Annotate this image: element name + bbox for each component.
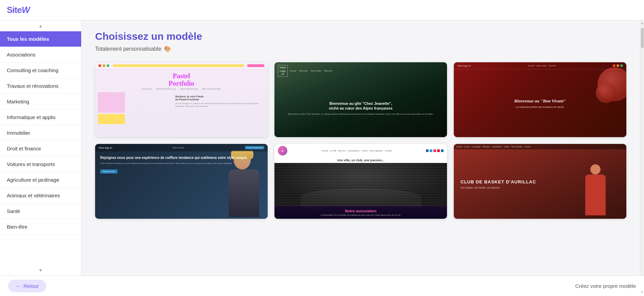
scrollbar-thumb[interactable] <box>641 28 644 48</box>
sidebar-item-associations[interactable]: Associations <box>0 47 81 63</box>
sidebar-scroll: Tous les modèles Associations Consulting… <box>0 31 81 265</box>
scroll-up-arrow[interactable]: ▲ <box>0 20 81 31</box>
template-card-coiffure[interactable]: Votre logo ici Nos services Prendre rend… <box>95 144 268 219</box>
sidebar-item-voitures[interactable]: Voitures et transports <box>0 157 81 172</box>
sidebar-item-agriculture[interactable]: Agriculture et jardinage <box>0 172 81 188</box>
sidebar-item-consulting[interactable]: Consulting et coaching <box>0 63 81 78</box>
sidebar-item-animaux[interactable]: Animaux et vétérinaires <box>0 188 81 203</box>
header: SiteW <box>0 0 644 20</box>
template-preview-coiffure: Votre logo ici Nos services Prendre rend… <box>95 144 268 219</box>
template-card-association[interactable]: A Accueil Le Tab Nos ens Compétitions Ca… <box>274 144 447 219</box>
scroll-down-arrow[interactable]: ▼ <box>0 265 81 276</box>
template-preview-portfolio: PastelPortfolio ACCUEIL MON PORTFOLIO ME… <box>95 62 268 137</box>
right-scrollbar[interactable]: ▲ ▼ <box>640 20 644 276</box>
template-preview-restaurant: Votre logo ici Accueil Notre carte Conta… <box>454 62 626 137</box>
page-title: Choisissez un modèle <box>95 31 626 42</box>
template-preview-basket: Accueil Le club Les équipes Résultats Co… <box>454 144 626 219</box>
template-card-restaurant[interactable]: Votre logo ici Accueil Notre carte Conta… <box>454 62 626 137</box>
sidebar: ▲ Tous les modèles Associations Consulti… <box>0 20 82 276</box>
footer-cta: Créez votre propre modèle <box>575 283 636 289</box>
content-area: Choisissez un modèle Totalement personna… <box>82 20 640 276</box>
footer: ← Retour Créez votre propre modèle <box>0 276 644 296</box>
back-arrow-icon: ← <box>16 283 21 289</box>
template-preview-association: A Accueil Le Tab Nos ens Compétitions Ca… <box>274 144 447 219</box>
sidebar-item-informatique[interactable]: Informatique et applis <box>0 110 81 125</box>
sidebar-item-tous[interactable]: Tous les modèles <box>0 31 81 47</box>
basket-nav: Accueil Le club Les équipes Résultats Co… <box>454 144 626 149</box>
sidebar-item-droit[interactable]: Droit et finance <box>0 141 81 157</box>
sidebar-item-travaux[interactable]: Travaux et rénovations <box>0 78 81 94</box>
sidebar-item-bienetre[interactable]: Bien-être <box>0 219 81 235</box>
templates-grid: PastelPortfolio ACCUEIL MON PORTFOLIO ME… <box>95 62 626 219</box>
sidebar-item-sante[interactable]: Santé <box>0 203 81 219</box>
tmpl-restaurant-nav: Votre logo ici Accueil Notre carte Conta… <box>454 62 626 69</box>
template-card-portfolio[interactable]: PastelPortfolio ACCUEIL MON PORTFOLIO ME… <box>95 62 268 137</box>
main-layout: ▲ Tous les modèles Associations Consulti… <box>0 20 644 276</box>
app-logo: SiteW <box>7 5 30 15</box>
content-subtitle: Totalement personnalisable 🎨 <box>95 46 626 52</box>
sidebar-item-marketing[interactable]: Marketing <box>0 94 81 110</box>
sidebar-item-immobilier[interactable]: Immobilier <box>0 125 81 141</box>
template-preview-gite: VotreLogoIci Accueil Notre gîte Votre sé… <box>274 62 447 137</box>
back-button[interactable]: ← Retour <box>8 280 46 292</box>
template-card-gite[interactable]: VotreLogoIci Accueil Notre gîte Votre sé… <box>274 62 447 137</box>
template-card-basket[interactable]: Accueil Le club Les équipes Résultats Co… <box>454 144 626 219</box>
